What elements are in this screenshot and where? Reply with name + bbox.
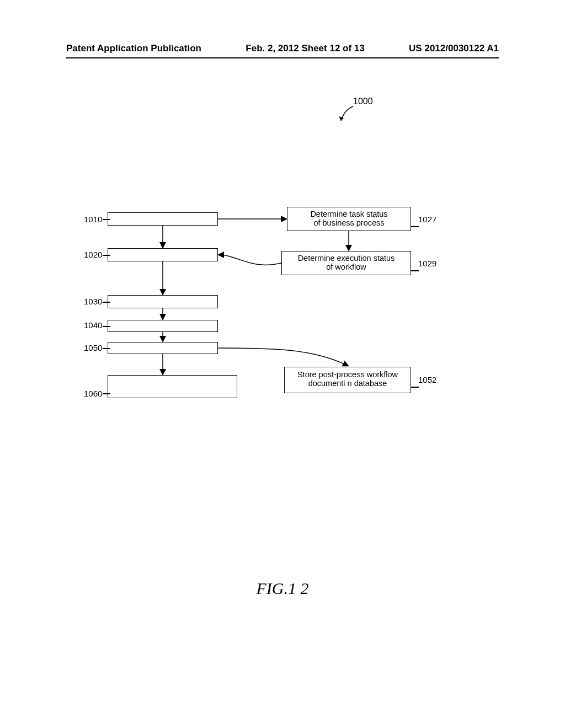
- ref-1030: 1030: [84, 297, 102, 306]
- box-1027: Determine task status of business proces…: [287, 207, 411, 231]
- box-1030: [108, 295, 218, 308]
- ref-1029: 1029: [418, 259, 436, 268]
- tick-1050: [103, 348, 110, 349]
- ref-1000-text: 1000: [353, 97, 373, 106]
- tick-1010: [103, 219, 110, 220]
- tick-1060: [103, 393, 110, 394]
- figure-area: Determine task status of business proces…: [0, 97, 565, 483]
- ref-1020: 1020: [84, 250, 102, 259]
- flow-connectors: [0, 97, 565, 483]
- ref-1010: 1010: [84, 215, 102, 224]
- tick-1030: [103, 302, 110, 303]
- ref-1052: 1052: [418, 375, 436, 384]
- tick-1040: [103, 326, 110, 327]
- tick-1052: [411, 387, 419, 388]
- ref-1040: 1040: [84, 320, 102, 330]
- ref-1050: 1050: [84, 343, 102, 352]
- box-1029-line2: of workflow: [326, 263, 366, 271]
- box-1027-line1: Determine task status: [310, 210, 387, 218]
- tick-1020: [103, 255, 110, 256]
- box-1052-line2: documenti n database: [308, 379, 387, 388]
- box-1050: [108, 342, 218, 354]
- ref-1000-leader: [338, 105, 358, 125]
- box-1027-line2: of business process: [313, 218, 384, 227]
- box-1020: [108, 248, 218, 261]
- svg-marker-0: [339, 116, 344, 121]
- box-1010: [108, 212, 218, 226]
- ref-1000: 1000: [353, 97, 373, 106]
- page-header: Patent Application Publication Feb. 2, 2…: [66, 43, 499, 58]
- box-1060: [108, 375, 237, 398]
- ref-1060: 1060: [84, 389, 102, 398]
- header-right: US 2012/0030122 A1: [409, 43, 499, 54]
- box-1029: Determine execution status of workflow: [281, 251, 411, 275]
- box-1029-line1: Determine execution status: [298, 254, 395, 263]
- box-1052-line1: Store post-process workflow: [297, 370, 398, 379]
- box-1052: Store post-process workflow documenti n …: [284, 367, 411, 393]
- figure-label: FIG.1 2: [0, 579, 565, 598]
- tick-1029: [411, 270, 419, 271]
- header-center: Feb. 2, 2012 Sheet 12 of 13: [246, 43, 364, 54]
- ref-1027: 1027: [418, 215, 436, 224]
- box-1040: [108, 320, 218, 332]
- header-left: Patent Application Publication: [66, 43, 201, 54]
- tick-1027: [411, 226, 419, 227]
